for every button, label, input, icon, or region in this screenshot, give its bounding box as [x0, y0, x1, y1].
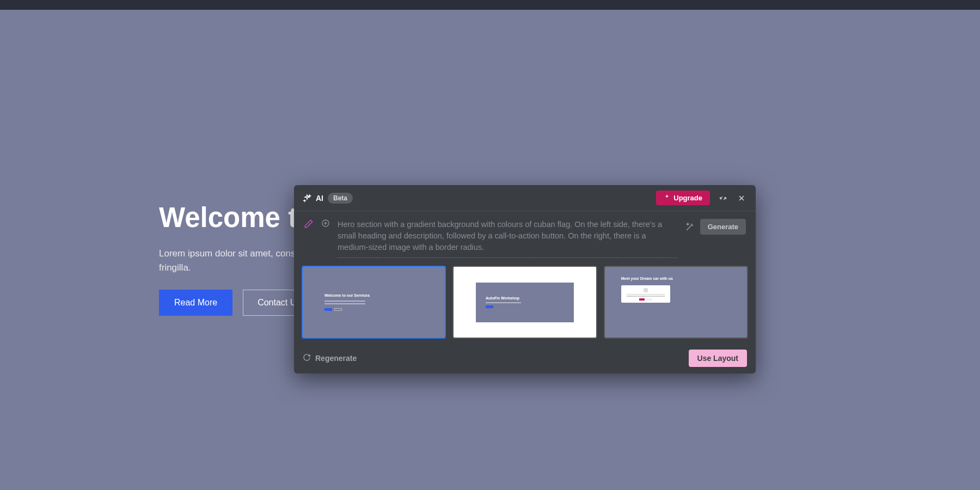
- thumb-preview: AutoFix Workshop: [454, 267, 596, 338]
- thumb-title: Welcome to our Services: [324, 293, 445, 297]
- wand-icon[interactable]: [685, 222, 695, 232]
- thumb-card: [621, 285, 670, 303]
- prompt-actions: Generate: [685, 219, 746, 235]
- close-icon[interactable]: [736, 193, 747, 204]
- modal-header-right: Upgrade: [656, 191, 747, 205]
- thumb-line: [486, 302, 521, 303]
- thumb-primary-btn: [639, 298, 645, 301]
- refresh-icon: [303, 353, 311, 363]
- upgrade-button[interactable]: Upgrade: [656, 191, 710, 205]
- use-layout-button[interactable]: Use Layout: [689, 350, 747, 367]
- layout-thumbnail-3[interactable]: Meet your Dream car with us: [604, 266, 748, 339]
- modal-header: AI Beta Upgrade: [294, 185, 756, 211]
- edit-icon[interactable]: [304, 219, 314, 229]
- prompt-input[interactable]: Hero section with a gradient background …: [338, 219, 677, 258]
- sparkle-icon: [303, 194, 311, 203]
- sparkle-icon: [664, 194, 670, 202]
- layout-thumbnail-1[interactable]: Welcome to our Services: [302, 266, 446, 339]
- thumb-line: [324, 301, 365, 302]
- thumb-title: AutoFix Workshop: [486, 296, 574, 300]
- thumb-preview: Welcome to our Services: [303, 267, 445, 338]
- prompt-area: Hero section with a gradient background …: [294, 211, 756, 266]
- thumb-line: [627, 294, 665, 295]
- read-more-button[interactable]: Read More: [159, 290, 232, 316]
- thumb-title: Meet your Dream car with us: [621, 277, 731, 281]
- thumb-box: AutoFix Workshop: [476, 283, 574, 322]
- thumb-buttons: [324, 308, 445, 311]
- upgrade-label: Upgrade: [673, 194, 702, 202]
- app-top-bar: [0, 0, 980, 10]
- layout-thumbnail-2[interactable]: AutoFix Workshop: [452, 266, 597, 339]
- beta-badge: Beta: [328, 193, 353, 204]
- thumb-primary-btn: [486, 305, 493, 308]
- ai-label: AI: [316, 194, 323, 203]
- thumb-primary-btn: [324, 308, 332, 311]
- generate-button[interactable]: Generate: [700, 219, 746, 235]
- modal-header-left: AI Beta: [303, 193, 353, 204]
- thumb-secondary-btn: [646, 298, 652, 301]
- thumb-line: [324, 303, 365, 304]
- thumb-line: [627, 296, 665, 297]
- thumb-card-icon: [644, 288, 648, 292]
- thumb-buttons: [623, 298, 668, 301]
- thumb-preview: Meet your Dream car with us: [605, 267, 747, 338]
- modal-footer: Regenerate Use Layout: [294, 343, 756, 373]
- collapse-icon[interactable]: [718, 193, 728, 204]
- regenerate-button[interactable]: Regenerate: [303, 353, 357, 363]
- thumb-secondary-btn: [334, 308, 342, 311]
- regenerate-label: Regenerate: [315, 354, 357, 363]
- ai-modal: AI Beta Upgrade Hero section with a g: [294, 185, 756, 373]
- layout-thumbnails: Welcome to our Services AutoFix Workshop: [294, 266, 756, 343]
- add-icon[interactable]: [321, 219, 330, 228]
